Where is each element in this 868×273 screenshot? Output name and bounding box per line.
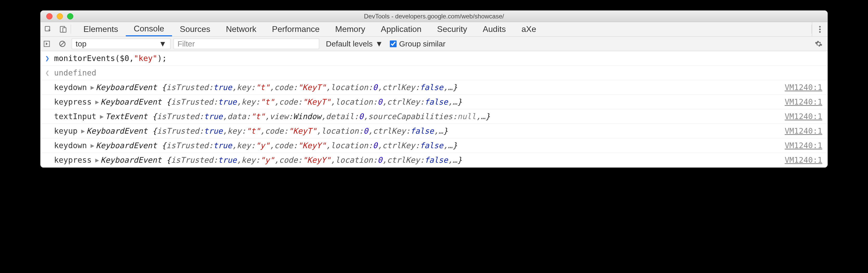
event-name: keyup [54, 126, 78, 135]
event-name: keydown [54, 83, 87, 92]
toggle-device-toolbar-button[interactable] [56, 22, 71, 36]
console-log-row[interactable]: textInput▶TextEvent {isTrusted: true, da… [40, 109, 828, 124]
expand-object-icon[interactable]: ▶ [90, 84, 94, 91]
source-link[interactable]: VM1240:1 [777, 97, 823, 106]
svg-point-4 [819, 28, 820, 30]
object-class: KeyboardEvent [96, 141, 162, 150]
expand-object-icon[interactable]: ▶ [81, 128, 85, 135]
dropdown-icon: ▼ [159, 39, 166, 48]
tab-elements[interactable]: Elements [75, 22, 126, 36]
zoom-window-button[interactable] [67, 13, 73, 20]
log-levels-select[interactable]: Default levels ▼ [322, 39, 387, 49]
console-log-row[interactable]: keyup▶KeyboardEvent {isTrusted: true, ke… [40, 124, 828, 138]
minimize-window-button[interactable] [57, 13, 63, 20]
console-output: ❯ monitorEvents($0, "key"); ❯ undefined … [40, 51, 828, 167]
event-name: keypress [54, 97, 92, 106]
source-link[interactable]: VM1240:1 [777, 126, 823, 135]
console-log-row[interactable]: keydown▶KeyboardEvent {isTrusted: true, … [40, 138, 828, 153]
filter-placeholder: Filter [178, 39, 195, 48]
group-similar-toggle[interactable]: Group similar [390, 39, 445, 48]
tab-audits[interactable]: Audits [475, 22, 514, 36]
expand-object-icon[interactable]: ▶ [90, 142, 94, 149]
more-options-button[interactable] [812, 22, 828, 36]
log-content: keyup▶KeyboardEvent {isTrusted: true, ke… [54, 126, 777, 135]
traffic-lights [46, 13, 73, 20]
log-content: keydown▶KeyboardEvent {isTrusted: true, … [54, 83, 777, 92]
svg-point-5 [819, 31, 820, 32]
svg-rect-2 [63, 28, 66, 32]
tab-sources[interactable]: Sources [172, 22, 218, 36]
panel-tablist: ElementsConsoleSourcesNetworkPerformance… [71, 22, 812, 36]
object-class: KeyboardEvent [100, 97, 166, 106]
event-name: textInput [54, 112, 96, 121]
svg-point-3 [819, 26, 820, 27]
levels-label: Default levels [326, 39, 373, 48]
close-window-button[interactable] [46, 13, 53, 20]
window-title: DevTools - developers.google.com/web/sho… [364, 13, 504, 20]
console-return-row: ❯ undefined [40, 66, 828, 80]
execution-context-select[interactable]: top ▼ [72, 39, 170, 49]
group-similar-checkbox[interactable] [390, 40, 397, 47]
filter-input[interactable]: Filter [174, 39, 319, 49]
console-log-row[interactable]: keypress▶KeyboardEvent {isTrusted: true,… [40, 153, 828, 167]
console-input-row[interactable]: ❯ monitorEvents($0, "key"); [40, 51, 828, 66]
event-name: keydown [54, 141, 87, 150]
expand-object-icon[interactable]: ▶ [95, 98, 99, 106]
source-link[interactable]: VM1240:1 [777, 141, 823, 150]
log-content: keypress▶KeyboardEvent {isTrusted: true,… [54, 156, 777, 165]
toggle-sidebar-button[interactable] [40, 39, 53, 49]
tab-memory[interactable]: Memory [328, 22, 373, 36]
return-value: undefined [54, 68, 96, 77]
log-content: keypress▶KeyboardEvent {isTrusted: true,… [54, 97, 777, 106]
console-log-row[interactable]: keypress▶KeyboardEvent {isTrusted: true,… [40, 95, 828, 109]
console-settings-button[interactable] [812, 40, 825, 48]
tab-network[interactable]: Network [218, 22, 264, 36]
tab-performance[interactable]: Performance [264, 22, 328, 36]
object-class: KeyboardEvent [87, 126, 152, 135]
event-name: keypress [54, 156, 92, 165]
group-similar-label: Group similar [399, 39, 445, 48]
console-input-content: monitorEvents($0, "key"); [54, 54, 822, 63]
dropdown-icon: ▼ [375, 39, 383, 48]
tab-security[interactable]: Security [429, 22, 475, 36]
source-link[interactable]: VM1240:1 [777, 83, 823, 92]
object-class: TextEvent [105, 112, 152, 121]
panel-tabs-bar: ElementsConsoleSourcesNetworkPerformance… [40, 22, 828, 37]
object-class: KeyboardEvent [96, 83, 162, 92]
tab-axe[interactable]: aXe [514, 22, 544, 36]
log-content: textInput▶TextEvent {isTrusted: true, da… [54, 112, 777, 121]
console-log-row[interactable]: keydown▶KeyboardEvent {isTrusted: true, … [40, 80, 828, 95]
console-toolbar: top ▼ Filter Default levels ▼ Group simi… [40, 37, 828, 51]
return-chevron-icon: ❯ [40, 69, 54, 77]
expand-object-icon[interactable]: ▶ [100, 113, 104, 120]
log-content: keydown▶KeyboardEvent {isTrusted: true, … [54, 141, 777, 150]
source-link[interactable]: VM1240:1 [777, 112, 823, 121]
tab-console[interactable]: Console [126, 22, 172, 36]
object-class: KeyboardEvent [100, 156, 166, 165]
context-label: top [75, 39, 87, 48]
clear-console-button[interactable] [56, 39, 69, 49]
window-titlebar: DevTools - developers.google.com/web/sho… [40, 11, 828, 22]
inspect-element-button[interactable] [40, 22, 56, 36]
input-chevron-icon: ❯ [40, 54, 54, 63]
devtools-window: DevTools - developers.google.com/web/sho… [40, 10, 828, 168]
expand-object-icon[interactable]: ▶ [95, 157, 99, 164]
source-link[interactable]: VM1240:1 [777, 156, 823, 165]
tab-application[interactable]: Application [373, 22, 429, 36]
